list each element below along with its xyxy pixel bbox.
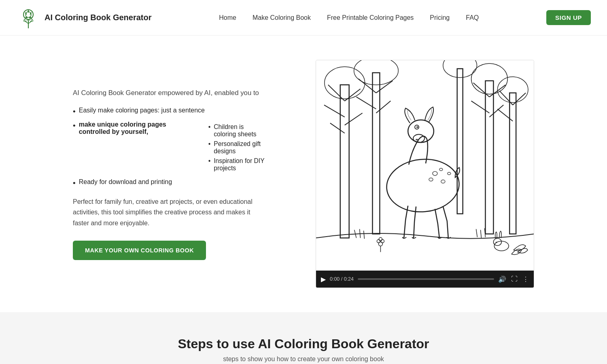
logo-link[interactable]: AI Coloring Book Generator: [16, 6, 151, 30]
nav-make-coloring-book[interactable]: Make Coloring Book: [253, 14, 311, 21]
logo-text: AI Coloring Book Generator: [45, 13, 151, 22]
video-control-icons: 🔊 ⛶ ⋮: [498, 275, 529, 283]
svg-point-3: [23, 18, 28, 22]
hero-paragraph: Perfect for family fun, creative art pro…: [73, 197, 267, 229]
video-container: ▶ 0:00 / 0:24 🔊 ⛶ ⋮: [316, 60, 534, 288]
svg-point-45: [439, 168, 443, 171]
svg-point-50: [381, 239, 384, 243]
svg-line-32: [360, 229, 361, 238]
nav-faq[interactable]: FAQ: [466, 14, 479, 21]
svg-point-51: [379, 237, 382, 241]
play-button[interactable]: ▶: [321, 275, 326, 283]
feature-item-1: Easily make coloring pages: just a sente…: [73, 107, 267, 117]
hero-intro-text: AI Coloring Book Generator empowered by …: [73, 88, 267, 99]
svg-point-43: [433, 171, 437, 176]
svg-line-18: [376, 101, 391, 113]
svg-line-33: [364, 231, 365, 239]
svg-point-41: [416, 126, 418, 128]
svg-line-24: [497, 109, 513, 121]
svg-line-20: [471, 101, 490, 113]
navigation: AI Coloring Book Generator Home Make Col…: [0, 0, 607, 36]
nav-free-printable[interactable]: Free Printable Coloring Pages: [327, 14, 414, 21]
svg-point-4: [29, 18, 33, 22]
settings-icon[interactable]: ⋮: [522, 275, 529, 283]
nav-links: Home Make Coloring Book Free Printable C…: [219, 14, 479, 21]
feature-item-2: make unique coloring pages controlled by…: [73, 121, 267, 174]
nav-pricing[interactable]: Pricing: [430, 14, 450, 21]
hero-features-list: Easily make coloring pages: just a sente…: [73, 107, 267, 188]
subfeature-1: Children is coloring sheets: [208, 123, 267, 138]
fullscreen-icon[interactable]: ⛶: [511, 275, 518, 283]
video-progress-bar[interactable]: [358, 278, 494, 280]
deer-illustration-svg: [316, 60, 534, 271]
svg-line-14: [345, 113, 363, 125]
feature-item-3: Ready for download and printing: [73, 178, 267, 188]
svg-rect-9: [457, 69, 463, 214]
svg-line-19: [473, 83, 490, 97]
svg-point-26: [325, 67, 365, 99]
svg-line-11: [324, 105, 345, 117]
svg-point-38: [408, 120, 434, 142]
volume-icon[interactable]: 🔊: [498, 275, 506, 283]
subfeature-3: Inspiration for DIY projects: [208, 157, 267, 172]
svg-rect-8: [509, 93, 516, 234]
video-time: 0:00 / 0:24: [330, 276, 354, 282]
nav-home[interactable]: Home: [219, 14, 236, 21]
video-controls-bar: ▶ 0:00 / 0:24 🔊 ⛶ ⋮: [316, 271, 534, 288]
svg-point-39: [413, 134, 424, 142]
svg-point-42: [416, 139, 418, 140]
cta-button[interactable]: MAKE YOUR OWN COLORING BOOK: [73, 241, 206, 260]
svg-point-44: [441, 180, 445, 183]
svg-point-49: [377, 239, 380, 243]
subfeature-2: Personalized gift designs: [208, 140, 267, 155]
svg-line-22: [489, 105, 503, 117]
svg-line-35: [480, 230, 481, 238]
svg-point-47: [448, 172, 451, 175]
steps-subtitle: steps to show you how to create your own…: [40, 356, 567, 363]
svg-line-16: [357, 97, 376, 109]
svg-rect-7: [485, 81, 493, 234]
steps-section: Steps to use AI Coloring Book Generator …: [0, 312, 607, 364]
svg-line-17: [376, 81, 393, 93]
video-illustration: [316, 60, 534, 271]
svg-line-12: [330, 123, 345, 133]
hero-content: AI Coloring Book Generator empowered by …: [73, 88, 267, 260]
svg-point-55: [496, 242, 497, 243]
svg-line-34: [476, 229, 478, 237]
hero-sublist: Children is coloring sheets Personalized…: [199, 123, 267, 174]
svg-rect-6: [372, 73, 380, 234]
hero-video-area: ▶ 0:00 / 0:24 🔊 ⛶ ⋮: [283, 60, 567, 288]
svg-point-37: [384, 156, 461, 215]
hero-section: AI Coloring Book Generator empowered by …: [0, 36, 607, 312]
signup-button[interactable]: SIGN UP: [546, 10, 591, 25]
rose-icon: [16, 6, 40, 30]
svg-rect-5: [340, 85, 349, 238]
steps-title: Steps to use AI Coloring Book Generator: [40, 336, 567, 351]
svg-point-46: [429, 178, 433, 181]
